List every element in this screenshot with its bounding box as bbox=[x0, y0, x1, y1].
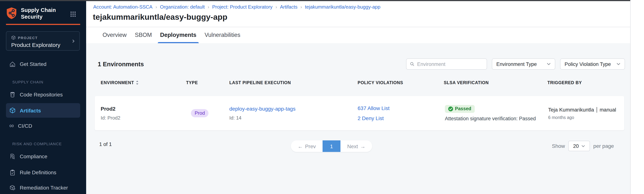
artifacts-cube-icon bbox=[9, 107, 16, 114]
sidebar-item-artifacts[interactable]: Artifacts bbox=[6, 103, 80, 118]
breadcrumb: Account: Automation-SSCA › Organization:… bbox=[93, 4, 380, 10]
environments-count-heading: 1 Environments bbox=[98, 61, 144, 68]
tab-bar: Overview SBOM Deployments Vulnerabilitie… bbox=[102, 27, 241, 43]
cicd-infinity-icon: ∞ bbox=[9, 124, 14, 128]
breadcrumb-project[interactable]: Project: Product Exploratory bbox=[212, 4, 272, 10]
per-page-label: per page bbox=[593, 143, 614, 149]
page-size-group: Show 20 per page bbox=[552, 140, 614, 152]
pipeline-cell: deploy-easy-buggy-app-tags Id: 14 bbox=[229, 106, 296, 121]
remediation-box-icon bbox=[9, 185, 16, 191]
app-title: Supply Chain Security bbox=[21, 7, 56, 20]
sidebar-item-get-started[interactable]: Get Started bbox=[6, 59, 80, 69]
column-header-type: TYPE bbox=[186, 80, 198, 85]
breadcrumb-separator: › bbox=[156, 4, 157, 9]
page-header: Account: Automation-SSCA › Organization:… bbox=[86, 1, 630, 43]
breadcrumb-organization[interactable]: Organization: default bbox=[160, 4, 205, 10]
compliance-document-icon bbox=[9, 153, 16, 160]
slsa-status-text: Passed bbox=[455, 106, 471, 111]
project-name: Product Exploratory bbox=[11, 42, 60, 48]
attestation-detail: Attestation signature verification: Pass… bbox=[445, 116, 536, 121]
supply-chain-security-logo-icon bbox=[6, 7, 17, 19]
app-root: Supply Chain Security PROJECT Product Ex… bbox=[0, 0, 644, 194]
separator-bar bbox=[597, 107, 597, 112]
sidebar-item-label: Compliance bbox=[20, 153, 47, 159]
environment-table-row[interactable]: Prod2 Id: Prod2 Prod deploy-easy-buggy-a… bbox=[95, 96, 624, 130]
sort-icon[interactable] bbox=[136, 80, 139, 85]
column-header-policy-violations: POLICY VIOLATIONS bbox=[358, 80, 403, 85]
chevron-down-icon bbox=[547, 63, 551, 65]
chevron-down-icon bbox=[581, 145, 585, 147]
pagination: ← Prev 1 Next → bbox=[291, 140, 372, 152]
chevron-down-icon bbox=[616, 63, 620, 65]
sidebar-item-label: Artifacts bbox=[20, 107, 41, 113]
code-repository-icon bbox=[9, 91, 16, 98]
sidebar-item-rule-definitions[interactable]: Rule Definitions bbox=[6, 167, 80, 178]
prev-page-button[interactable]: ← Prev bbox=[291, 140, 322, 152]
tab-vulnerabilities[interactable]: Vulnerabilities bbox=[204, 27, 241, 43]
page-1-button[interactable]: 1 bbox=[322, 140, 340, 152]
pipeline-link[interactable]: deploy-easy-buggy-app-tags bbox=[229, 106, 296, 112]
column-header-environment[interactable]: ENVIRONMENT bbox=[101, 80, 139, 85]
next-page-button[interactable]: Next → bbox=[340, 140, 372, 152]
deny-list-link[interactable]: 2 Deny List bbox=[358, 115, 390, 121]
breadcrumb-separator: › bbox=[208, 4, 209, 9]
check-circle-icon bbox=[448, 106, 453, 111]
accent-rule bbox=[6, 24, 80, 25]
breadcrumb-separator: › bbox=[300, 4, 302, 9]
tab-sbom[interactable]: SBOM bbox=[134, 27, 152, 43]
slsa-verification-cell: Passed Attestation signature verificatio… bbox=[445, 105, 536, 121]
window-top-strip bbox=[0, 0, 630, 1]
sidebar-item-label: CI/CD bbox=[18, 123, 32, 129]
sidebar-item-compliance[interactable]: Compliance bbox=[6, 151, 80, 162]
breadcrumb-current-artifact[interactable]: tejakummarikuntla/easy-buggy-app bbox=[305, 4, 380, 10]
triggered-by-name: Teja Kummarikuntla bbox=[548, 107, 594, 113]
environment-type-select[interactable]: Environment Type bbox=[492, 58, 555, 70]
page-title: tejakummarikuntla/easy-buggy-app bbox=[93, 13, 228, 22]
sidebar-item-cicd[interactable]: ∞ CI/CD bbox=[6, 121, 80, 131]
environment-search[interactable] bbox=[406, 58, 487, 70]
policy-violations-cell: 637 Allow List 2 Deny List bbox=[358, 105, 390, 121]
sidebar: Supply Chain Security PROJECT Product Ex… bbox=[0, 1, 86, 194]
sidebar-item-remediation-tracker[interactable]: Remediation Tracker bbox=[6, 183, 80, 193]
environment-name: Prod2 bbox=[101, 106, 120, 112]
right-edge-panel bbox=[630, 0, 644, 194]
module-grid-icon[interactable] bbox=[70, 11, 76, 17]
sidebar-item-code-repositories[interactable]: Code Repositories bbox=[6, 89, 80, 100]
sidebar-item-label: Remediation Tracker bbox=[20, 185, 68, 191]
cube-icon bbox=[11, 35, 16, 40]
environment-type-badge: Prod bbox=[191, 109, 209, 117]
breadcrumb-account[interactable]: Account: Automation-SSCA bbox=[93, 4, 152, 10]
column-header-last-pipeline-execution: LAST PIPELINE EXECUTION bbox=[229, 80, 291, 85]
home-icon bbox=[9, 61, 16, 67]
sidebar-section-supply-chain: SUPPLY CHAIN bbox=[12, 80, 44, 84]
triggered-by-cell: Teja Kummarikuntla manual 6 months ago bbox=[548, 107, 616, 120]
trigger-mode: manual bbox=[600, 107, 616, 112]
column-header-slsa-verification: SLSA VERIFICATION bbox=[444, 80, 489, 85]
tab-deployments[interactable]: Deployments bbox=[160, 27, 197, 43]
environment-search-input[interactable] bbox=[417, 61, 483, 67]
deployments-content: 1 Environments Environment Type Policy V… bbox=[86, 43, 630, 194]
clipboard-check-icon bbox=[9, 169, 16, 176]
slsa-status-badge: Passed bbox=[445, 105, 475, 113]
sidebar-item-label: Rule Definitions bbox=[20, 170, 56, 175]
show-label: Show bbox=[552, 143, 565, 149]
chevron-right-icon bbox=[71, 38, 76, 44]
table-header-row: ENVIRONMENT TYPE LAST PIPELINE EXECUTION… bbox=[86, 80, 630, 86]
sidebar-section-risk-compliance: RISK AND COMPLIANCE bbox=[12, 142, 62, 146]
policy-violation-type-select[interactable]: Policy Violation Type bbox=[560, 58, 625, 70]
pipeline-id: Id: 14 bbox=[229, 115, 296, 121]
breadcrumb-separator: › bbox=[276, 4, 277, 9]
tab-overview[interactable]: Overview bbox=[102, 27, 127, 43]
page-size-select[interactable]: 20 bbox=[568, 141, 590, 151]
active-tab-underline bbox=[158, 42, 199, 43]
environment-cell: Prod2 Id: Prod2 bbox=[101, 106, 120, 121]
sidebar-item-label: Code Repositories bbox=[20, 92, 63, 98]
column-header-triggered-by: TRIGGERED BY bbox=[548, 80, 582, 85]
project-label: PROJECT bbox=[18, 35, 38, 40]
breadcrumb-artifacts[interactable]: Artifacts bbox=[280, 4, 298, 10]
environment-id: Id: Prod2 bbox=[101, 115, 120, 121]
arrow-left-icon: ← bbox=[298, 143, 303, 149]
allow-list-link[interactable]: 637 Allow List bbox=[358, 105, 390, 111]
arrow-right-icon: → bbox=[360, 143, 366, 149]
project-selector[interactable]: PROJECT Product Exploratory bbox=[6, 31, 80, 51]
